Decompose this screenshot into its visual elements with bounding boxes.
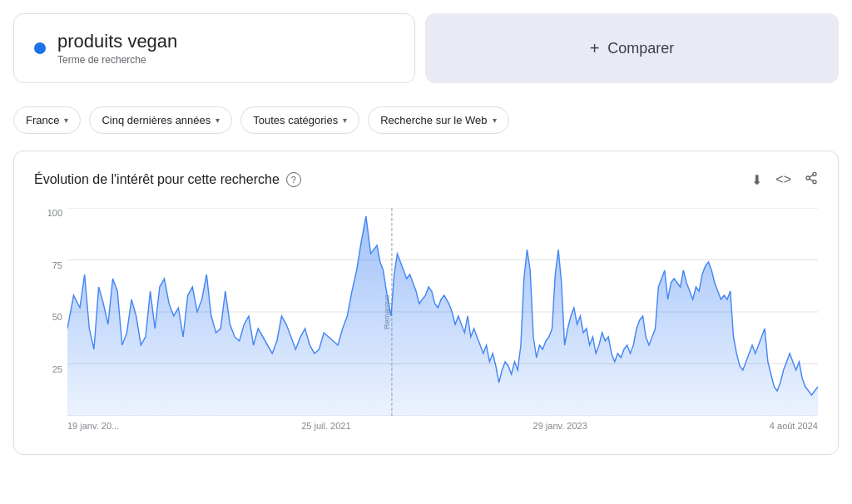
y-label-100: 100 bbox=[34, 208, 67, 218]
filter-category[interactable]: Toutes catégories ▾ bbox=[240, 106, 359, 134]
filter-period-chevron: ▾ bbox=[215, 116, 220, 125]
chart-title: Évolution de l'intérêt pour cette recher… bbox=[34, 172, 280, 187]
search-term-text: produits vegan Terme de recherche bbox=[57, 31, 177, 66]
download-icon[interactable]: ⬇ bbox=[751, 172, 762, 188]
chart-inner: Remarque bbox=[67, 208, 818, 416]
filter-country[interactable]: France ▾ bbox=[13, 106, 81, 134]
compare-plus-icon: + bbox=[590, 39, 600, 58]
filter-category-label: Toutes catégories bbox=[253, 114, 338, 126]
compare-card[interactable]: + Comparer bbox=[425, 13, 839, 83]
svg-line-4 bbox=[810, 175, 814, 178]
y-label-25: 25 bbox=[34, 364, 67, 374]
filter-period[interactable]: Cinq dernières années ▾ bbox=[89, 106, 232, 134]
help-icon[interactable]: ? bbox=[286, 172, 301, 187]
x-label-3: 4 août 2024 bbox=[770, 421, 818, 431]
chart-actions: ⬇ <> bbox=[751, 171, 818, 188]
y-axis: 100 75 50 25 bbox=[34, 208, 67, 416]
filter-country-label: France bbox=[26, 114, 59, 126]
search-term-label: produits vegan bbox=[57, 31, 177, 52]
x-label-0: 19 janv. 20... bbox=[67, 421, 119, 431]
chart-title-area: Évolution de l'intérêt pour cette recher… bbox=[34, 172, 301, 187]
filter-type-label: Recherche sur le Web bbox=[380, 114, 487, 126]
filter-category-chevron: ▾ bbox=[343, 116, 347, 125]
top-section: produits vegan Terme de recherche + Comp… bbox=[13, 13, 839, 83]
filter-type[interactable]: Recherche sur le Web ▾ bbox=[368, 106, 508, 134]
chart-header: Évolution de l'intérêt pour cette recher… bbox=[34, 171, 818, 188]
y-label-50: 50 bbox=[34, 312, 67, 322]
chart-svg: Remarque bbox=[67, 208, 818, 416]
x-label-1: 25 juil. 2021 bbox=[301, 421, 350, 431]
search-term-dot bbox=[34, 42, 46, 54]
search-term-card: produits vegan Terme de recherche bbox=[13, 13, 415, 83]
filter-bar: France ▾ Cinq dernières années ▾ Toutes … bbox=[13, 96, 839, 144]
y-label-75: 75 bbox=[34, 260, 67, 270]
filter-country-chevron: ▾ bbox=[64, 116, 68, 125]
x-label-2: 29 janv. 2023 bbox=[533, 421, 587, 431]
search-term-subtitle: Terme de recherche bbox=[57, 54, 177, 66]
compare-label: Comparer bbox=[607, 40, 674, 57]
filter-period-label: Cinq dernières années bbox=[102, 114, 211, 126]
chart-section: Évolution de l'intérêt pour cette recher… bbox=[13, 151, 839, 455]
chart-container: 100 75 50 25 bbox=[34, 208, 818, 441]
share-icon[interactable] bbox=[805, 171, 818, 188]
filter-type-chevron: ▾ bbox=[493, 116, 497, 125]
x-axis: 19 janv. 20... 25 juil. 2021 29 janv. 20… bbox=[67, 416, 818, 441]
page-wrapper: produits vegan Terme de recherche + Comp… bbox=[0, 0, 852, 468]
code-icon[interactable]: <> bbox=[775, 172, 791, 187]
svg-line-3 bbox=[810, 179, 814, 181]
